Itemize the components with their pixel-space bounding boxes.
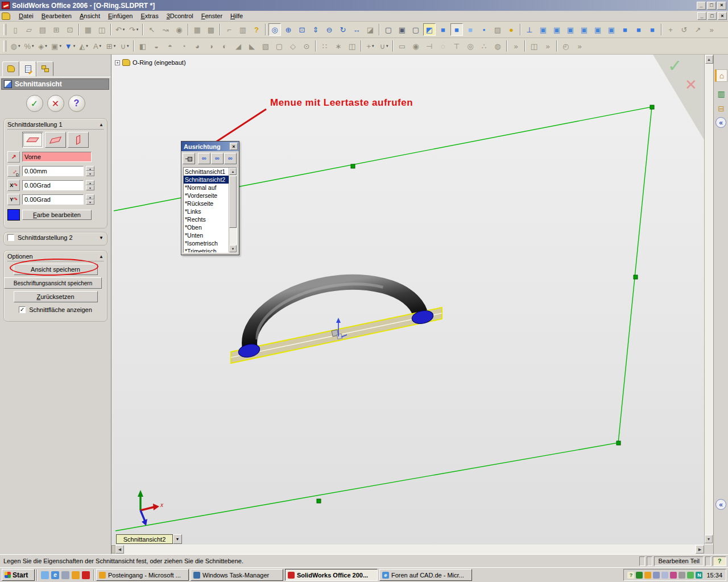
- y-rotation-spinner[interactable]: ▲▼: [86, 194, 94, 205]
- selection-filter-flyout-icon[interactable]: ▼▾: [64, 40, 76, 52]
- start-button[interactable]: Start: [2, 569, 35, 581]
- pin-icon[interactable]: [183, 153, 195, 164]
- collapse-arrow-icon[interactable]: ▲: [99, 254, 104, 259]
- scrollbar-thumb[interactable]: [229, 176, 237, 228]
- menu-bearbeiten[interactable]: Bearbeiten: [38, 11, 76, 21]
- collapse-arrow-icon[interactable]: ▲: [99, 122, 104, 127]
- task-button[interactable]: SolidWorks Office 200...: [285, 569, 378, 581]
- section-color-swatch[interactable]: [7, 209, 20, 221]
- spinner-down-icon[interactable]: ▼: [86, 199, 94, 205]
- fillet-icon[interactable]: ◢: [232, 40, 245, 52]
- flat-section-plane-button[interactable]: [22, 132, 43, 148]
- dropdown-arrow-icon[interactable]: ▾: [386, 44, 388, 48]
- measure-icon[interactable]: ⌐: [223, 23, 235, 36]
- orientation-item[interactable]: *Oben: [184, 223, 229, 231]
- dropdown-arrow-icon[interactable]: ▾: [123, 27, 125, 32]
- confirm-cancel-icon[interactable]: ✕: [685, 76, 697, 94]
- grid-icon[interactable]: ▦: [191, 23, 204, 36]
- dimetric-view-icon[interactable]: ■: [646, 23, 659, 36]
- trimetric-view-icon[interactable]: ■: [632, 23, 645, 36]
- hole-wizard-icon[interactable]: ⊙: [300, 40, 313, 52]
- shaded-icon[interactable]: ■: [437, 23, 449, 36]
- dropdown-arrow-icon[interactable]: ▾: [86, 44, 88, 48]
- mold-tools-flyout-icon[interactable]: ◭▾: [77, 40, 90, 52]
- menu-ansicht[interactable]: Ansicht: [76, 11, 104, 21]
- orientation-item[interactable]: Schnittansicht2: [184, 176, 229, 184]
- save-icon[interactable]: ▤: [36, 23, 49, 36]
- dropdown-arrow-icon[interactable]: ▾: [372, 44, 374, 48]
- open-document-icon[interactable]: ▱: [23, 23, 35, 36]
- isometric-view-icon[interactable]: ■: [619, 23, 631, 36]
- scroll-right-icon[interactable]: ▶: [696, 545, 704, 554]
- front-view-icon[interactable]: ▣: [537, 23, 549, 36]
- shaded-with-edges-icon[interactable]: ◩: [423, 23, 436, 36]
- pane-splitter-handle[interactable]: [111, 545, 115, 554]
- menu-fenster[interactable]: Fenster: [197, 11, 226, 21]
- close-button[interactable]: ×: [717, 2, 726, 10]
- cancel-button[interactable]: ✕: [47, 95, 64, 112]
- hatch-icon[interactable]: ▩: [205, 23, 217, 36]
- graphics-area[interactable]: x + O-Ring (eingebaut) Menue mit Leertas…: [111, 55, 704, 544]
- orientation-item[interactable]: *Links: [184, 207, 229, 215]
- 3d-sketch-icon[interactable]: ◌: [437, 40, 449, 52]
- linear-pattern-icon[interactable]: ∷: [318, 40, 331, 52]
- tree-expand-icon[interactable]: +: [115, 60, 120, 65]
- child-close-button[interactable]: ×: [718, 12, 727, 20]
- clock-icon[interactable]: [72, 571, 80, 579]
- orientation-list-scrollbar[interactable]: ▲ ▼: [229, 168, 237, 252]
- edit-color-button[interactable]: Farbe bearbeiten: [22, 210, 92, 220]
- view-orientation-icon[interactable]: ◎: [268, 23, 281, 36]
- spinner-up-icon[interactable]: ▲: [86, 166, 94, 171]
- menu-datei[interactable]: Datei: [15, 11, 38, 21]
- more-chevron-layers[interactable]: »: [541, 40, 554, 52]
- save-annotation-view-button[interactable]: Beschriftungsansicht speichern: [4, 277, 102, 289]
- hidden-lines-removed-icon[interactable]: ▢: [410, 23, 422, 36]
- mirror-icon[interactable]: ◫: [346, 40, 358, 52]
- reset-button[interactable]: Zurücksetzen: [14, 291, 98, 302]
- rotate-view-icon[interactable]: ↻: [337, 23, 349, 36]
- sketch-entities-icon[interactable]: ↝: [159, 23, 172, 36]
- child-minimize-button[interactable]: _: [697, 12, 706, 20]
- shadows-icon[interactable]: ■: [450, 23, 463, 36]
- sweep-boss-icon[interactable]: ◓: [164, 40, 176, 52]
- camera-view-icon[interactable]: ◉: [410, 40, 422, 52]
- scroll-left-icon[interactable]: ◀: [115, 545, 124, 554]
- dropdown-arrow-icon[interactable]: ▾: [127, 44, 129, 48]
- propertymanager-tab[interactable]: [19, 61, 36, 77]
- feature-tree-root[interactable]: + O-Ring (eingebaut): [115, 59, 186, 66]
- collapse-taskpane-icon[interactable]: «: [715, 117, 726, 128]
- y-rotation-input[interactable]: [22, 194, 84, 205]
- right-view-icon[interactable]: ▣: [578, 23, 590, 36]
- sheetmetal-flyout-icon[interactable]: ▣▾: [50, 40, 63, 52]
- bottom-view-icon[interactable]: ▣: [605, 23, 618, 36]
- move-face-icon[interactable]: ▭: [396, 40, 408, 52]
- volume-tray-icon[interactable]: [679, 572, 685, 579]
- dropdown-arrow-icon[interactable]: ▾: [136, 27, 139, 32]
- orientation-item[interactable]: *Rückseite: [184, 199, 229, 207]
- more-buttons-chevron[interactable]: »: [705, 23, 718, 36]
- left-view-icon[interactable]: ▣: [564, 23, 577, 36]
- schematics-icon[interactable]: ∴: [478, 40, 490, 52]
- wireframe-icon[interactable]: ▢: [382, 23, 395, 36]
- save-view-button[interactable]: Ansicht speichern: [14, 264, 98, 275]
- features-flyout-icon[interactable]: ◍▾: [9, 40, 22, 52]
- task-button[interactable]: eForen auf CAD.de - Micr...: [379, 569, 472, 581]
- zonal-section-plane-button[interactable]: [45, 132, 66, 148]
- zoom-fit-icon[interactable]: ⊕: [282, 23, 295, 36]
- spline-tools-flyout-icon[interactable]: ∪▾: [118, 40, 131, 52]
- help-button[interactable]: ?: [68, 95, 85, 112]
- offset-spinner[interactable]: ▲▼: [86, 166, 94, 176]
- print-icon[interactable]: ▦: [82, 23, 94, 36]
- menu-hilfe[interactable]: Hilfe: [226, 11, 247, 21]
- scroll-up-icon[interactable]: ▲: [705, 55, 713, 64]
- featuremanager-tab[interactable]: [2, 61, 19, 76]
- spinner-up-icon[interactable]: ▲: [86, 194, 94, 199]
- document-properties-icon[interactable]: ▥: [237, 23, 249, 36]
- audio-tray-icon[interactable]: [670, 572, 677, 579]
- curves-icon[interactable]: ∪▾: [378, 40, 390, 52]
- wireless-tray-icon[interactable]: [661, 572, 668, 579]
- zoom-in-out-icon[interactable]: ⇕: [309, 23, 322, 36]
- back-view-icon[interactable]: ▣: [551, 23, 563, 36]
- spinner-up-icon[interactable]: ▲: [86, 180, 94, 185]
- perspective-icon[interactable]: ▪: [478, 23, 490, 36]
